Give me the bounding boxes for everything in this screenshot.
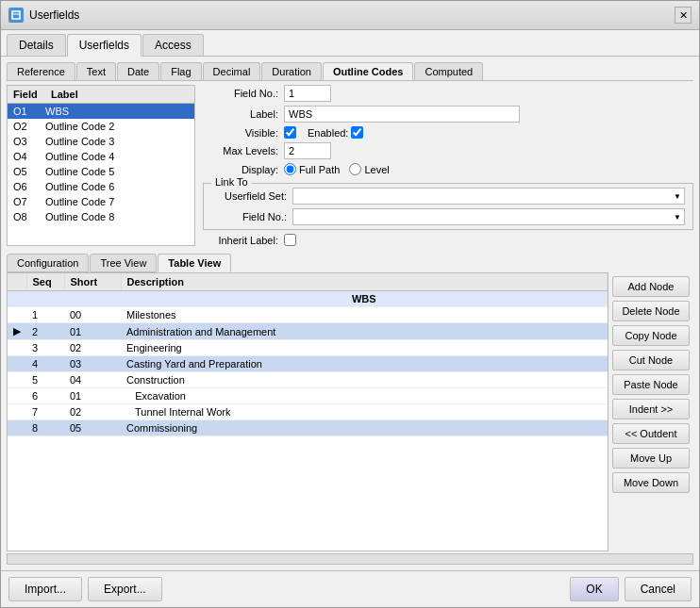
enabled-label: Enabled: [308,127,348,139]
delete-node-button[interactable]: Delete Node [612,301,690,321]
userfield-set-select[interactable] [292,188,685,205]
close-button[interactable]: ✕ [675,7,692,24]
cell-seq-8: 8 [26,420,64,436]
field-list-header: Field Label [8,86,194,104]
table-row-3[interactable]: 3 02 Engineering [8,340,608,356]
cut-node-button[interactable]: Cut Node [612,350,690,370]
cell-seq-7: 7 [26,404,64,420]
tab-access[interactable]: Access [142,34,204,56]
fields-section: Field Label O1 WBS O2 Outline Code 2 O3 … [7,85,693,246]
subtab-reference[interactable]: Reference [7,62,75,80]
link-to-group: Link To Userfield Set: Field No.: [203,183,693,230]
col-header-label: Label [45,86,194,103]
inherit-label-checkbox[interactable] [284,234,296,246]
add-node-button[interactable]: Add Node [612,276,690,297]
view-tab-table-view[interactable]: Table View [158,254,231,272]
indent-button[interactable]: Indent >> [612,399,690,419]
col-arrow [8,273,26,291]
field-no2-label: Field No.: [211,211,287,222]
visible-checkbox[interactable] [284,126,296,139]
content-area: Reference Text Date Flag Decimal Duratio… [1,57,699,570]
cell-arrow-8 [8,420,26,436]
max-levels-input[interactable] [284,142,331,159]
copy-node-button[interactable]: Copy Node [612,325,690,346]
table-row-8[interactable]: 8 05 Commissioning [8,420,608,436]
field-row-o2[interactable]: O2 Outline Code 2 [8,119,194,134]
subtab-decimal[interactable]: Decimal [203,62,261,80]
cell-arrow-2: ▶ [8,323,26,340]
field-row-o6[interactable]: O6 Outline Code 6 [8,179,194,194]
svg-rect-0 [12,11,20,19]
props-panel: Field No.: Label: Visible: [203,85,693,246]
field-row-o3[interactable]: O3 Outline Code 3 [8,134,194,149]
field-row-o7[interactable]: O7 Outline Code 7 [8,194,194,209]
inherit-label-row: Inherit Label: [203,234,693,246]
horizontal-scrollbar[interactable] [7,553,693,565]
subtab-outline-codes[interactable]: Outline Codes [323,62,414,80]
data-table: Seq Short Description WBS [8,273,608,436]
cell-arrow-3 [8,340,26,356]
outdent-button[interactable]: << Outdent [612,423,690,444]
export-button[interactable]: Export... [88,577,162,601]
field-no2-select[interactable] [292,208,685,225]
sub-tab-bar: Reference Text Date Flag Decimal Duratio… [7,62,693,81]
app-icon [8,8,24,23]
cell-desc-8: Commissioning [121,420,608,436]
table-header-row: Seq Short Description [8,273,608,291]
label-label: Label: [203,108,278,120]
userfield-set-label: Userfield Set: [211,190,287,202]
paste-node-button[interactable]: Paste Node [612,374,690,395]
cell-arrow-5 [8,372,26,388]
label-input[interactable] [284,106,520,123]
max-levels-label: Max Levels: [203,145,278,156]
subtab-flag[interactable]: Flag [160,62,201,80]
table-row-4[interactable]: 4 03 Casting Yard and Preparation [8,356,608,372]
enabled-checkbox[interactable] [351,126,363,139]
title-bar: Userfields ✕ [1,1,699,30]
visible-enabled-row: Visible: Enabled: [203,126,693,139]
field-no2-wrapper [292,208,685,225]
field-row-o5[interactable]: O5 Outline Code 5 [8,164,194,179]
full-path-radio[interactable] [284,163,296,175]
subtab-computed[interactable]: Computed [414,62,483,80]
subtab-text[interactable]: Text [76,62,116,80]
subtab-date[interactable]: Date [117,62,159,80]
table-row-5[interactable]: 5 04 Construction [8,372,608,388]
table-row-6[interactable]: 6 01 Excavation [8,388,608,404]
view-tab-configuration[interactable]: Configuration [7,254,89,272]
field-row-o1[interactable]: O1 WBS [8,104,194,119]
view-tab-tree-view[interactable]: Tree View [90,254,157,272]
field-no-input[interactable] [284,85,331,102]
cell-seq-5: 5 [26,372,64,388]
move-down-button[interactable]: Move Down [612,472,690,493]
cell-desc-3: Engineering [121,340,608,356]
cancel-button[interactable]: Cancel [625,577,692,601]
field-row-o8[interactable]: O8 Outline Code 8 [8,209,194,224]
bottom-left-buttons: Import... Export... [8,577,162,601]
ok-button[interactable]: OK [570,577,618,601]
table-and-buttons: Seq Short Description WBS [7,272,693,551]
tab-userfields[interactable]: Userfields [67,34,142,57]
cell-short-5: 04 [64,372,121,388]
cell-arrow-6 [8,388,26,404]
move-up-button[interactable]: Move Up [612,448,690,468]
cell-seq-1: 1 [26,307,64,323]
bottom-right-buttons: OK Cancel [570,577,692,601]
table-row-2[interactable]: ▶ 2 01 Administration and Management [8,323,608,340]
display-radios: Full Path Level [284,163,390,175]
cell-short-4: 03 [64,356,121,372]
table-row-7[interactable]: 7 02 Tunnel Internal Work [8,404,608,420]
userfield-set-row: Userfield Set: [211,188,685,205]
visible-checkbox-item [284,126,296,139]
field-no-label: Field No.: [203,88,278,99]
field-row-o4[interactable]: O4 Outline Code 4 [8,149,194,164]
table-row-1[interactable]: 1 00 Milestones [8,307,608,323]
subtab-duration[interactable]: Duration [261,62,322,80]
title-bar-left: Userfields [8,8,79,23]
level-radio[interactable] [349,163,361,175]
import-button[interactable]: Import... [8,577,82,601]
inherit-label-label: Inherit Label: [203,235,278,246]
full-path-label: Full Path [299,164,340,175]
cell-desc-h: WBS [121,291,608,307]
tab-details[interactable]: Details [7,34,66,56]
